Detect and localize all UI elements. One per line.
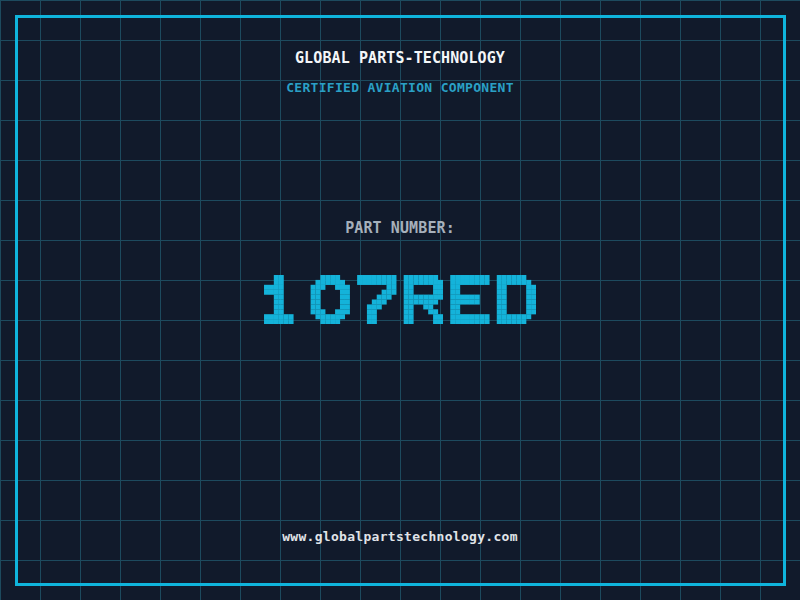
certificate-screen: GLOBAL PARTS-TECHNOLOGY CERTIFIED AVIATI… (0, 0, 800, 600)
part-number-label: PART NUMBER: (0, 220, 800, 237)
certification-subtitle: CERTIFIED AVIATION COMPONENT (0, 81, 800, 95)
company-name: GLOBAL PARTS-TECHNOLOGY (0, 50, 800, 67)
website-url: www.globalpartstechnology.com (0, 530, 800, 544)
part-number-display (0, 275, 800, 325)
part-number-pixel-text (264, 275, 536, 324)
